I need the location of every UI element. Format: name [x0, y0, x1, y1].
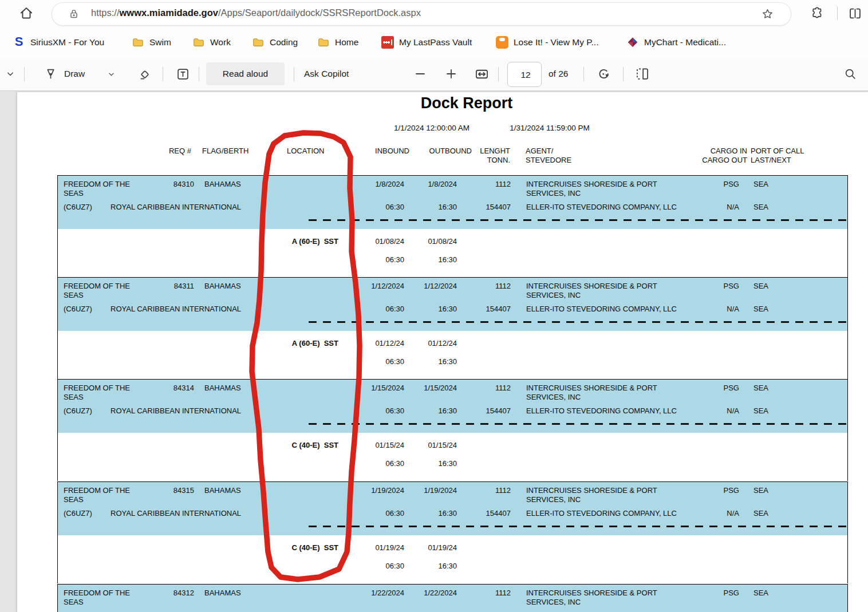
- inbound-time: 06:30: [347, 203, 404, 212]
- dock-row-group: FREEDOM OF THE SEAS 84310 BAHAMAS 1/8/20…: [57, 175, 848, 277]
- req-number: 84315: [144, 486, 194, 495]
- inbound-date: 1/22/2024: [347, 589, 404, 598]
- draw-pen-icon[interactable]: [44, 58, 58, 90]
- page-total-label: of 26: [549, 58, 568, 90]
- collapse-toolbar-chevron-icon[interactable]: [5, 58, 16, 90]
- col-header-port-of-call: PORT OF CALL: [751, 147, 804, 155]
- bookmark-siriusxm[interactable]: S SiriusXM - For You: [13, 34, 104, 51]
- bookmark-folder-swim[interactable]: Swim: [132, 34, 171, 51]
- bookmarks-bar: S SiriusXM - For You Swim Work Coding: [0, 27, 868, 58]
- bookmark-folder-work[interactable]: Work: [192, 34, 231, 51]
- bookmark-folder-home[interactable]: Home: [317, 34, 358, 51]
- col-header-length: LENGHT: [453, 147, 510, 155]
- col-header-agent: AGENT/: [526, 147, 553, 155]
- req-number: 84311: [144, 282, 194, 291]
- siriusxm-icon: S: [13, 36, 25, 49]
- zoom-out-icon[interactable]: [413, 58, 427, 90]
- col-header-tonnage: TONN.: [453, 156, 510, 164]
- flag: BAHAMAS: [204, 282, 241, 291]
- outbound-date: 1/15/2024: [400, 384, 457, 393]
- location-inbound-time: 06:30: [347, 459, 404, 468]
- col-header-inbound: INBOUND: [352, 147, 409, 155]
- bookmark-mychart[interactable]: MyChart - Medicati...: [626, 34, 726, 51]
- flag: BAHAMAS: [204, 180, 241, 189]
- eraser-icon[interactable]: [137, 58, 152, 90]
- draw-button[interactable]: Draw: [64, 58, 85, 90]
- col-header-stevedore: STEVEDORE: [526, 156, 571, 164]
- port-next: SEA: [753, 406, 768, 416]
- rotate-icon[interactable]: [595, 58, 611, 90]
- dock-row-group: FREEDOM OF THE SEAS 84315 BAHAMAS 1/19/2…: [57, 481, 848, 583]
- port-next: SEA: [753, 305, 768, 314]
- length: 1112: [453, 384, 511, 393]
- page-number-input[interactable]: [508, 62, 543, 88]
- zoom-in-icon[interactable]: [444, 58, 458, 90]
- add-text-icon[interactable]: [175, 58, 191, 90]
- location-inbound-date: 01/08/24: [347, 237, 404, 246]
- inbound-time: 06:30: [347, 406, 404, 416]
- bookmark-label: MyChart - Medicati...: [644, 37, 726, 48]
- agent: INTERCRUISES SHORESIDE & PORT SERVICES, …: [526, 486, 674, 504]
- bookmark-label: Home: [335, 37, 358, 48]
- cargo-out: N/A: [679, 406, 739, 416]
- pdf-viewport[interactable]: Dock Report 1/1/2024 12:00:00 AM 1/31/20…: [0, 90, 868, 612]
- address-bar[interactable]: https://wwwx.miamidade.gov/Apps/Seaport/…: [52, 2, 791, 26]
- mychart-icon: [626, 36, 639, 49]
- folder-icon: [132, 36, 144, 49]
- port-last: SEA: [753, 384, 768, 393]
- bookmark-lastpass[interactable]: My LastPass Vault: [381, 34, 472, 51]
- operator: ROYAL CARIBBEAN INTERNATIONAL: [111, 406, 241, 416]
- port-last: SEA: [753, 486, 768, 495]
- location-outbound-date: 01/08/24: [400, 237, 457, 246]
- bookmark-label: Lose It! - View My P...: [514, 37, 598, 48]
- search-icon[interactable]: [843, 58, 858, 90]
- berth-location: C (40-E) SST: [252, 543, 338, 552]
- dock-row-group: FREEDOM OF THE SEAS 84312 BAHAMAS 1/22/2…: [57, 584, 848, 612]
- length: 1112: [453, 282, 511, 291]
- page-number-box[interactable]: [507, 62, 542, 87]
- extensions-icon[interactable]: [810, 6, 824, 21]
- ship-name: FREEDOM OF THE SEAS: [64, 384, 149, 402]
- split-screen-icon[interactable]: [847, 6, 863, 21]
- report-title: Dock Report: [323, 94, 610, 112]
- lock-icon[interactable]: [68, 7, 80, 20]
- req-number: 84312: [144, 589, 194, 598]
- read-aloud-button[interactable]: Read aloud: [206, 62, 285, 85]
- outbound-date: 1/22/2024: [400, 589, 457, 598]
- home-icon[interactable]: [18, 5, 34, 21]
- call-sign: (C6UZ7): [64, 406, 92, 416]
- inbound-date: 1/8/2024: [347, 180, 404, 189]
- browser-window: https://wwwx.miamidade.gov/Apps/Seaport/…: [0, 0, 868, 612]
- ask-copilot-button[interactable]: Ask Copilot: [304, 58, 349, 90]
- toolbar-divider: [837, 6, 838, 20]
- dock-row-group: FREEDOM OF THE SEAS 84311 BAHAMAS 1/12/2…: [57, 277, 848, 379]
- loseit-icon: [496, 36, 508, 49]
- draw-chevron-down-icon[interactable]: [106, 58, 116, 90]
- bookmark-folder-coding[interactable]: Coding: [252, 34, 298, 51]
- inbound-date: 1/15/2024: [347, 384, 404, 393]
- ship-name: FREEDOM OF THE SEAS: [64, 282, 149, 300]
- ship-name: FREEDOM OF THE SEAS: [64, 589, 149, 607]
- col-header-location: LOCATION: [287, 147, 325, 155]
- dock-row-group: FREEDOM OF THE SEAS 84314 BAHAMAS 1/15/2…: [57, 379, 848, 481]
- length: 1112: [453, 180, 511, 189]
- location-outbound-date: 01/15/24: [400, 441, 457, 450]
- page-view-icon[interactable]: [634, 58, 650, 90]
- length: 1112: [453, 486, 511, 495]
- outbound-date: 1/8/2024: [400, 180, 457, 189]
- length: 1112: [453, 589, 511, 598]
- flag: BAHAMAS: [204, 384, 241, 393]
- location-inbound-date: 01/15/24: [347, 441, 404, 450]
- folder-icon: [317, 36, 330, 49]
- agent: INTERCRUISES SHORESIDE & PORT SERVICES, …: [526, 282, 674, 300]
- outbound-date: 1/12/2024: [400, 282, 457, 291]
- location-outbound-time: 16:30: [400, 459, 457, 468]
- fit-to-width-icon[interactable]: [474, 58, 490, 90]
- bookmark-loseit[interactable]: Lose It! - View My P...: [496, 34, 598, 51]
- pdf-toolbar: Draw Read aloud Ask Copilot: [0, 58, 868, 91]
- cargo-in: PSG: [679, 180, 739, 189]
- bookmark-label: Swim: [149, 37, 171, 48]
- url-text[interactable]: https://wwwx.miamidade.gov/Apps/Seaport/…: [91, 7, 421, 18]
- favorite-star-icon[interactable]: [760, 7, 775, 21]
- dashed-separator: [309, 219, 846, 221]
